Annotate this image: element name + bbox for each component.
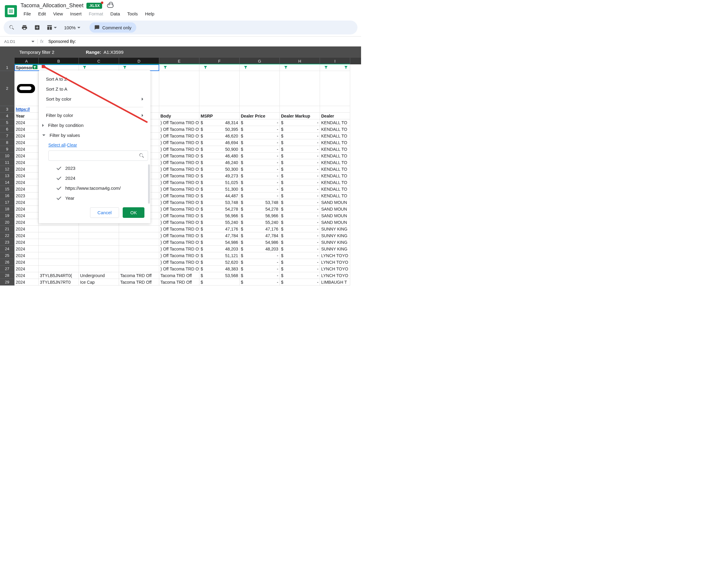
- cell[interactable]: 2024: [14, 153, 39, 159]
- cell[interactable]: $48,314: [199, 119, 240, 126]
- cell[interactable]: [119, 259, 159, 266]
- cell[interactable]: KENDALL TO: [320, 119, 350, 126]
- cell[interactable]: $-: [280, 266, 320, 272]
- cell[interactable]: $-: [240, 266, 280, 272]
- cell[interactable]: 2024: [14, 239, 39, 246]
- zoom-dropdown[interactable]: 100%: [61, 24, 83, 32]
- cell[interactable]: ) Off Tacoma TRD Off: [159, 219, 199, 226]
- row-header[interactable]: 17: [0, 199, 14, 206]
- row-header[interactable]: 9: [0, 146, 14, 153]
- cell[interactable]: 2024: [14, 259, 39, 266]
- cell[interactable]: Dealer Price: [240, 113, 280, 119]
- cell[interactable]: [39, 259, 79, 266]
- cell[interactable]: KENDALL TO: [320, 173, 350, 179]
- cell[interactable]: 2024: [14, 226, 39, 232]
- cell[interactable]: $-: [240, 179, 280, 186]
- table-tool-dropdown[interactable]: [45, 23, 59, 32]
- cell[interactable]: LYNCH TOYO: [320, 259, 350, 266]
- cell[interactable]: $54,986: [199, 239, 240, 246]
- cell[interactable]: KENDALL TO: [320, 153, 350, 159]
- cell[interactable]: $-: [280, 279, 320, 286]
- document-title[interactable]: Tacoma_Allocation_Sheet: [20, 2, 83, 9]
- cell[interactable]: Tacoma TRD Off: [119, 279, 159, 286]
- menu-file[interactable]: File: [20, 10, 34, 17]
- menu-tools[interactable]: Tools: [124, 10, 141, 17]
- cell[interactable]: $-: [240, 186, 280, 192]
- cell[interactable]: ) Off Tacoma TRD Off: [159, 206, 199, 213]
- cell[interactable]: ) Off Tacoma TRD Off: [159, 173, 199, 179]
- cell[interactable]: [14, 71, 39, 106]
- cell[interactable]: $-: [240, 192, 280, 199]
- scrollbar[interactable]: [148, 164, 150, 204]
- row-header[interactable]: 5: [0, 119, 14, 126]
- cell[interactable]: 2024: [14, 232, 39, 239]
- print-icon[interactable]: [19, 22, 30, 33]
- sort-by-color[interactable]: Sort by color: [39, 94, 151, 104]
- cell[interactable]: $-: [240, 139, 280, 146]
- cell[interactable]: $46,620: [199, 133, 240, 139]
- cell[interactable]: [39, 232, 79, 239]
- row-header[interactable]: 2: [0, 71, 14, 106]
- cell[interactable]: ) Off Tacoma TRD Off: [159, 266, 199, 272]
- formula-input[interactable]: [47, 38, 359, 45]
- cell[interactable]: $50,300: [199, 166, 240, 173]
- cell[interactable]: [79, 266, 119, 272]
- cell[interactable]: KENDALL TO: [320, 126, 350, 133]
- filter-search-box[interactable]: [48, 151, 148, 161]
- cell[interactable]: $47,784: [199, 232, 240, 239]
- cell[interactable]: $51,121: [199, 252, 240, 259]
- cell[interactable]: [159, 71, 199, 106]
- cell[interactable]: $52,620: [199, 259, 240, 266]
- cell[interactable]: [39, 64, 79, 71]
- cell[interactable]: SAND MOUN: [320, 199, 350, 206]
- cell[interactable]: [320, 71, 350, 106]
- cell[interactable]: [79, 232, 119, 239]
- cell[interactable]: ) Off Tacoma TRD Off: [159, 139, 199, 146]
- cell[interactable]: SAND MOUN: [320, 219, 350, 226]
- cell[interactable]: 2024: [14, 159, 39, 166]
- cell[interactable]: ) Off Tacoma TRD Off: [159, 166, 199, 173]
- select-all-corner[interactable]: [0, 58, 14, 64]
- cell[interactable]: Year: [14, 113, 39, 119]
- filter-value-item[interactable]: Year: [47, 193, 148, 203]
- cell[interactable]: ) Off Tacoma TRD Off: [159, 239, 199, 246]
- cell[interactable]: [79, 239, 119, 246]
- cloud-status-icon[interactable]: [107, 4, 114, 8]
- filter-by-condition[interactable]: Filter by condition: [39, 120, 151, 130]
- cell[interactable]: LIMBAUGH T: [320, 279, 350, 286]
- add-box-icon[interactable]: [32, 22, 42, 33]
- cell[interactable]: $-: [280, 246, 320, 252]
- cell[interactable]: SUNNY KING: [320, 232, 350, 239]
- filter-value-item[interactable]: https://www.tacoma4g.com/: [47, 183, 148, 193]
- cell[interactable]: [79, 252, 119, 259]
- filter-funnel-icon[interactable]: [344, 65, 349, 69]
- cell[interactable]: $-: [280, 153, 320, 159]
- cell[interactable]: KENDALL TO: [320, 133, 350, 139]
- cell[interactable]: $-: [280, 133, 320, 139]
- cell[interactable]: $-: [280, 159, 320, 166]
- cell[interactable]: $-: [280, 199, 320, 206]
- cell[interactable]: Dealer Markup: [280, 113, 320, 119]
- cell[interactable]: $53,568: [199, 272, 240, 279]
- cell[interactable]: $-: [280, 126, 320, 133]
- cell[interactable]: [240, 71, 280, 106]
- cell[interactable]: Tacoma TRD Off: [119, 272, 159, 279]
- row-header[interactable]: 13: [0, 173, 14, 179]
- cell[interactable]: 2024: [14, 266, 39, 272]
- filter-value-item[interactable]: 2024: [47, 173, 148, 183]
- sort-z-a[interactable]: Sort Z to A: [39, 84, 151, 94]
- cell[interactable]: 2024: [14, 206, 39, 213]
- cell[interactable]: 2024: [14, 126, 39, 133]
- cell[interactable]: $53,748: [199, 199, 240, 206]
- cell[interactable]: [79, 246, 119, 252]
- row-header[interactable]: 24: [0, 246, 14, 252]
- cell[interactable]: Body: [159, 113, 199, 119]
- cell[interactable]: $-: [280, 232, 320, 239]
- cell[interactable]: $-: [240, 279, 280, 286]
- cell[interactable]: [39, 246, 79, 252]
- row-header[interactable]: 11: [0, 159, 14, 166]
- filter-funnel-icon[interactable]: [82, 65, 87, 69]
- cell[interactable]: $51,300: [199, 186, 240, 192]
- row-header[interactable]: 12: [0, 166, 14, 173]
- row-header[interactable]: 27: [0, 266, 14, 272]
